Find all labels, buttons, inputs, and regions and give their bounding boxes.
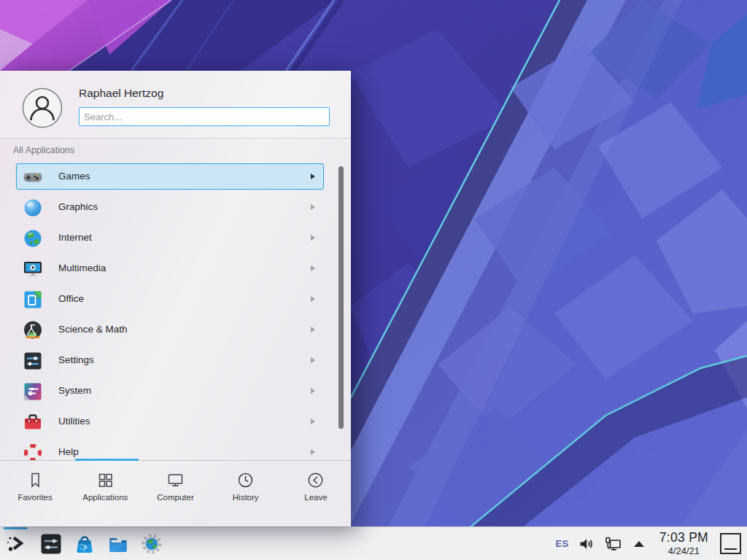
system-tray: ES 7:03 PM 4/24/21 [555,532,747,556]
category-graphics[interactable]: Graphics [16,194,324,220]
launcher-header: Raphael Hertzog [0,71,351,139]
submenu-arrow-icon [311,235,315,241]
category-multimedia[interactable]: Multimedia [16,255,324,281]
category-label: Office [58,287,84,311]
system-settings-icon [40,533,62,555]
submenu-arrow-icon [311,388,315,394]
scrollbar[interactable] [338,166,344,429]
user-avatar[interactable] [22,88,63,128]
submenu-arrow-icon [311,449,315,455]
games-icon [23,167,43,187]
system-icon [23,381,43,402]
clock-time: 7:03 PM [659,532,708,545]
computer-icon [166,470,185,490]
application-launcher-menu: Raphael Hertzog All Applications [0,71,351,526]
tab-label: Leave [281,493,351,502]
taskbar: ES 7:03 PM 4/24/21 [0,526,747,560]
user-name: Raphael Hertzog [79,87,163,100]
discover-icon [74,533,96,555]
favorites-icon [26,470,45,490]
show-desktop-button[interactable] [720,533,741,554]
category-internet[interactable]: Internet [16,225,324,251]
submenu-arrow-icon [311,204,315,210]
dolphin-folder-icon [107,533,129,555]
category-label: Settings [58,348,94,373]
internet-icon [23,228,43,249]
category-system[interactable]: System [16,378,324,404]
category-label: Science & Math [58,317,128,342]
tab-label: Computer [140,493,210,502]
tab-applications[interactable]: Applications [70,461,140,527]
kickoff-launcher-icon [4,533,26,555]
graphics-icon [23,198,43,218]
category-label: Internet [58,225,92,250]
volume-icon[interactable] [578,535,595,553]
category-help[interactable]: Help [16,439,324,460]
taskbar-dolphin-button[interactable] [103,527,133,560]
category-label: Help [58,440,79,460]
taskbar-discover-button[interactable] [69,527,100,560]
active-tab-indicator [75,459,139,461]
history-icon [236,470,255,490]
category-office[interactable]: Office [16,286,324,312]
web-browser-icon [141,533,163,555]
taskbar-launcher-button[interactable] [0,527,31,560]
keyboard-layout-indicator[interactable]: ES [555,538,568,549]
tab-label: Favorites [0,493,70,502]
taskbar-system-settings-button[interactable] [36,527,66,560]
submenu-arrow-icon [311,174,315,179]
tab-computer[interactable]: Computer [140,461,210,527]
multimedia-icon [23,259,43,279]
category-games[interactable]: Games [16,163,324,190]
category-utilities[interactable]: Utilities [16,408,324,435]
submenu-arrow-icon [311,265,315,271]
launcher-tab-bar: Favorites Applications Computer [0,460,351,527]
tab-history[interactable]: History [211,461,281,527]
digital-clock[interactable]: 7:03 PM 4/24/21 [659,532,708,556]
section-label: All Applications [13,145,74,155]
submenu-arrow-icon [311,327,315,332]
desktop-line [724,548,737,550]
category-science[interactable]: Science & Math [16,316,324,343]
category-label: Multimedia [58,256,106,281]
submenu-arrow-icon [311,296,315,302]
category-label: Graphics [58,195,98,219]
help-icon [23,443,43,460]
science-icon [23,320,43,341]
applications-icon [96,470,115,490]
category-list: Games Graphics [0,157,351,460]
tab-label: History [211,493,281,502]
submenu-arrow-icon [311,419,315,424]
category-label: Games [58,164,90,189]
category-settings[interactable]: Settings [16,347,324,373]
utilities-icon [23,412,43,432]
clock-date: 4/24/21 [659,546,708,556]
tab-label: Applications [70,493,140,502]
search-input[interactable] [79,107,330,126]
category-label: System [58,378,91,403]
desktop: Raphael Hertzog All Applications [0,0,747,560]
network-icon[interactable] [604,535,622,553]
tab-favorites[interactable]: Favorites [0,461,70,527]
office-icon [23,289,43,310]
settings-icon [23,351,43,371]
leave-icon [306,470,325,490]
tray-expand-arrow-icon[interactable] [630,535,648,553]
taskbar-browser-button[interactable] [136,527,167,560]
category-label: Utilities [58,409,90,434]
submenu-arrow-icon [311,357,315,363]
tab-leave[interactable]: Leave [281,461,351,527]
